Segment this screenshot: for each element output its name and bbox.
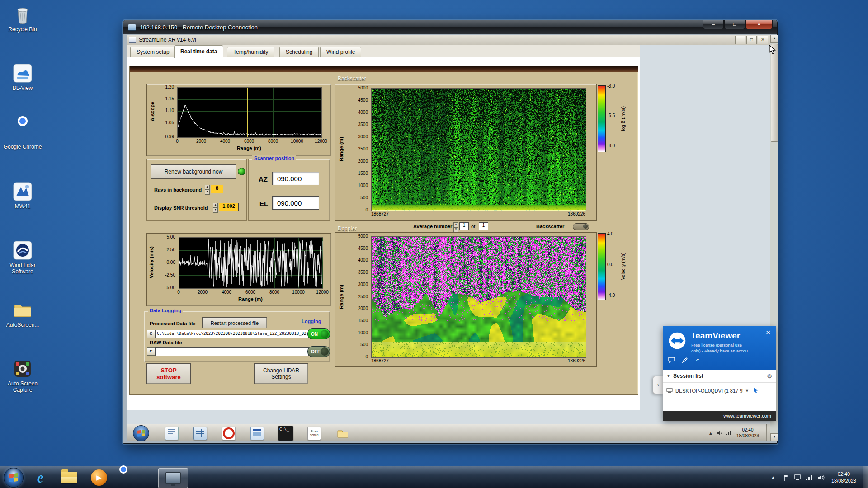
action-center-flag-icon[interactable] — [783, 474, 789, 481]
minimize-button[interactable]: – — [703, 20, 724, 29]
drive-icon[interactable]: C — [147, 330, 155, 338]
chevron-down-icon[interactable]: ▼ — [745, 389, 749, 393]
snr-threshold-field[interactable]: 1.002 — [219, 203, 239, 211]
tick-label: 1.20 — [165, 84, 174, 89]
app-restore-button[interactable]: □ — [746, 36, 757, 44]
desktop-icon-recycle-bin[interactable]: Recycle Bin — [2, 4, 43, 33]
remote-app-folder[interactable] — [334, 426, 352, 441]
average-number-field[interactable]: 1 — [459, 222, 469, 230]
hidden-icons-caret[interactable]: ▲ — [771, 475, 775, 480]
app-close-button[interactable]: ✕ — [758, 36, 768, 44]
labview-vi-icon — [129, 37, 136, 43]
az-field[interactable]: 090.000 — [272, 172, 319, 185]
teamviewer-footer: www.teamviewer.com — [663, 411, 776, 421]
processed-path-field[interactable]: C:\Lidar\Data\Proc\2023\202308\20230818\… — [155, 330, 309, 338]
volume-icon[interactable] — [717, 430, 722, 436]
tick-label: 10000 — [288, 139, 306, 144]
taskbar-media-player[interactable]: ▶ — [89, 468, 109, 487]
remote-clock[interactable]: 02:4018/08/2023 — [736, 427, 759, 439]
tab-real-time-data[interactable]: Real time data — [174, 45, 223, 58]
start-button[interactable] — [4, 468, 24, 488]
tick-label: 2000 — [358, 159, 368, 164]
remote-taskbar: C:\_ Scan sched ▲ 02:4018/08/2023 — [127, 424, 770, 441]
taskbar-remote-desktop-active[interactable] — [158, 468, 188, 488]
taskbar-chrome[interactable] — [121, 468, 142, 487]
raw-logging-toggle[interactable]: OFF — [307, 346, 330, 357]
change-lidar-settings-button[interactable]: Change LiDARSettings — [254, 363, 308, 384]
tab-temp-humidity[interactable]: Temp/humidity — [227, 47, 274, 57]
app-minimize-button[interactable]: – — [735, 36, 745, 44]
teamviewer-header: TeamViewer Free license (personal use on… — [663, 326, 776, 370]
remote-app-terminal[interactable]: C:\_ — [277, 426, 295, 441]
average-number-label: Average number — [413, 224, 452, 229]
gear-icon[interactable]: ⚙ — [767, 373, 772, 380]
el-field[interactable]: 090.000 — [272, 196, 319, 210]
restart-processed-file-button[interactable]: Restart processed file — [202, 317, 267, 328]
desktop-icon-auto-screen-capture[interactable]: Auto Screen Capture — [2, 358, 43, 394]
x-start-label: 1868727 — [371, 358, 389, 363]
maximize-button[interactable]: □ — [724, 20, 745, 29]
teamviewer-website-link[interactable]: www.teamviewer.com — [723, 413, 771, 418]
remote-app-scan-sched[interactable]: Scan sched — [305, 426, 323, 441]
show-desktop-button[interactable] — [863, 466, 868, 488]
scroll-down-button[interactable]: ▼ — [770, 433, 778, 441]
drive-icon[interactable]: C — [147, 347, 155, 356]
raw-path-field[interactable] — [155, 347, 309, 356]
average-spinner[interactable]: ▲▼ — [453, 222, 458, 232]
remote-app-xp-window[interactable] — [248, 426, 266, 441]
network-icon[interactable] — [806, 474, 813, 481]
rays-in-background-field[interactable]: 8 — [211, 185, 223, 193]
taskbar-internet-explorer[interactable]: e — [30, 468, 51, 487]
taskbar-clock[interactable]: 02:4018/08/2023 — [831, 471, 856, 484]
session-list-row[interactable]: ▼ Session list ⚙ — [663, 370, 776, 383]
windows-taskbar: e ▶ ▲ 02:4018/08/2023 — [0, 466, 868, 488]
rdp-titlebar[interactable]: 192.168.0.150 - Remote Desktop Connectio… — [123, 20, 777, 34]
processed-logging-toggle[interactable]: ON — [307, 328, 330, 339]
annotate-icon[interactable] — [680, 357, 690, 365]
rays-spinner[interactable]: ▲▼ — [205, 185, 210, 195]
desktop-icon-wind-lidar-software[interactable]: Wind Lidar Software — [2, 239, 43, 275]
teamviewer-collapse-tab[interactable]: › — [653, 376, 663, 394]
collapse-icon[interactable]: « — [693, 357, 703, 363]
tab-wind-profile[interactable]: Wind profile — [320, 47, 361, 57]
volume-icon[interactable] — [817, 474, 825, 481]
tick-label: 3500 — [358, 270, 368, 275]
renew-background-button[interactable]: Renew background now — [151, 164, 236, 179]
teamviewer-logo-icon — [668, 332, 686, 350]
stop-software-button[interactable]: STOPsoftware — [146, 363, 191, 384]
tick-label: 12000 — [313, 290, 331, 295]
desktop-icon-mw41[interactable]: MW41 — [2, 181, 43, 210]
session-computer-entry[interactable]: DESKTOP-OE0QDVI (1 817 937 ▼ — [663, 384, 776, 398]
desktop-icon-autoscreen[interactable]: AutoScreen... — [2, 299, 43, 328]
remote-app-notepad[interactable] — [163, 426, 181, 441]
tick-label: 5.00 — [167, 235, 175, 239]
network-icon[interactable] — [726, 430, 732, 436]
snr-spinner[interactable]: ▲▼ — [213, 203, 218, 213]
tab-system-setup[interactable]: System setup — [130, 47, 176, 57]
teamviewer-close-icon[interactable]: ✕ — [764, 329, 772, 336]
close-button[interactable]: ✕ — [745, 20, 773, 29]
tab-scheduling[interactable]: Scheduling — [279, 47, 319, 57]
tick-label: 2500 — [358, 294, 368, 299]
velocity-canvas — [179, 238, 323, 288]
remote-app-power[interactable] — [220, 426, 238, 441]
tick-label: 4500 — [358, 98, 368, 103]
scroll-up-button[interactable]: ▲ — [770, 35, 778, 43]
app-titlebar[interactable]: StreamLine XR v14-6.vi – □ ✕ — [127, 35, 770, 45]
average-total-field[interactable]: 1 — [479, 222, 488, 230]
desktop-icon-bl-view[interactable]: BL-View — [2, 62, 43, 92]
data-logging-title: Data Logging — [148, 308, 183, 313]
desktop-icon-label: Wind Lidar Software — [2, 263, 43, 275]
background-led — [238, 168, 245, 175]
chat-icon[interactable] — [666, 357, 676, 364]
remote-start-button[interactable] — [133, 425, 149, 441]
display-icon[interactable] — [794, 474, 801, 481]
desktop-icon-google-chrome[interactable]: Google Chrome — [2, 121, 43, 150]
remote-show-desktop-button[interactable] — [766, 424, 770, 441]
hidden-icons-caret[interactable]: ▲ — [708, 431, 713, 436]
remote-connect-cursor-icon[interactable] — [753, 387, 759, 394]
taskbar-file-explorer[interactable] — [59, 468, 80, 487]
backscatter-display-toggle[interactable] — [573, 223, 589, 230]
scrollbar-thumb[interactable] — [771, 44, 778, 142]
remote-app-grid[interactable] — [191, 426, 209, 441]
